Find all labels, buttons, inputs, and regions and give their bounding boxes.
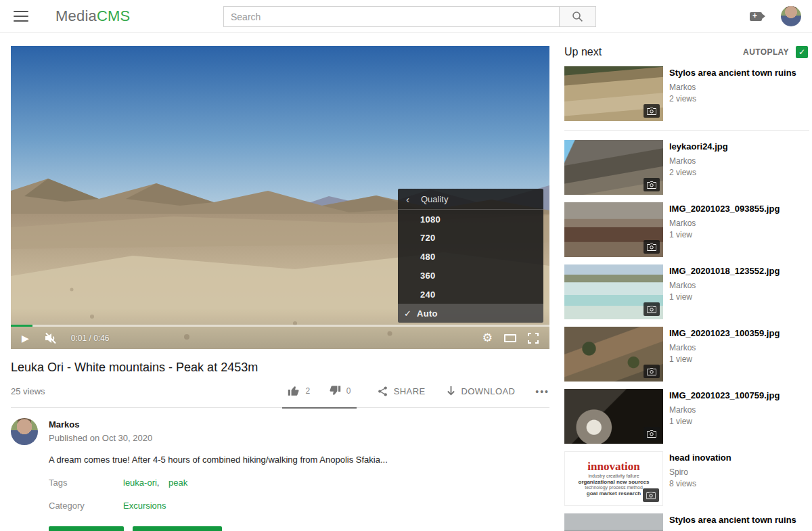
autoplay-label: AUTOPLAY <box>743 47 789 57</box>
up-next-item-title: IMG_20201023_100359.jpg <box>669 327 780 339</box>
video-actions: 2 0 <box>282 384 549 398</box>
up-next-item[interactable]: innovationindustry creativity failureorg… <box>564 451 809 506</box>
up-next-header: Up next AUTOPLAY ✓ <box>564 46 809 58</box>
quality-option[interactable]: 480 <box>398 248 543 267</box>
rating-group: 2 0 <box>282 384 357 409</box>
photo-camera-icon <box>647 306 656 313</box>
search-form <box>223 6 596 27</box>
share-button[interactable]: SHARE <box>377 386 426 397</box>
menu-icon[interactable] <box>14 11 28 22</box>
settings-button[interactable]: ⚙ <box>482 332 493 344</box>
quality-menu: ‹ Quality 1080 720 <box>398 189 543 323</box>
play-icon: ▶ <box>22 333 29 344</box>
tag-separator: , <box>157 478 160 488</box>
quality-menu-title: Quality <box>421 194 448 204</box>
search-icon <box>572 11 583 22</box>
up-next-item[interactable]: IMG_20201018_123552.jpg Markos 1 view <box>564 264 809 319</box>
page-title: Leuka Ori - White mountains - Peak at 24… <box>11 361 549 375</box>
like-button[interactable]: 2 <box>288 384 311 397</box>
upload-media-icon[interactable] <box>750 12 762 21</box>
top-bar: MediaCMS <box>0 0 812 33</box>
dislike-button[interactable]: 0 <box>328 384 351 397</box>
quality-option[interactable]: ✓ Auto <box>398 304 543 323</box>
quality-option-label: 240 <box>420 290 436 300</box>
video-meta-row: 25 views 2 0 <box>11 384 549 408</box>
tag-link[interactable]: peak <box>168 478 187 488</box>
dislike-count: 0 <box>346 386 351 396</box>
logo-media-text: Media <box>55 7 97 24</box>
up-next-item-title: head inovation <box>669 452 731 463</box>
theater-mode-button[interactable] <box>504 334 516 342</box>
up-next-item-author: Spiro <box>669 467 731 477</box>
mediacms-page: MediaCMS <box>0 0 812 531</box>
tag-link[interactable]: leuka-ori <box>123 478 157 488</box>
thumb-up-icon <box>288 384 300 397</box>
check-icon: ✓ <box>798 47 805 57</box>
up-next-item-author: Markos <box>669 405 780 415</box>
author-name[interactable]: Markos <box>49 419 152 430</box>
up-next-item-title: Stylos area ancient town ruins <box>669 514 796 526</box>
up-next-item-author: Markos <box>669 83 796 92</box>
up-next-item-title: leykaori24.jpg <box>669 141 728 152</box>
photo-camera-icon <box>647 108 656 115</box>
download-button[interactable]: DOWNLOAD <box>446 386 516 397</box>
logo[interactable]: MediaCMS <box>55 7 130 25</box>
tags-label: Tags <box>49 478 123 488</box>
up-next-item-views: 1 view <box>669 354 780 364</box>
up-next-list: Stylos area ancient town ruins Markos 2 … <box>564 66 809 531</box>
mute-button[interactable] <box>44 332 58 344</box>
category-row: Category Excursions <box>49 501 549 511</box>
up-next-item-views: 2 views <box>669 94 796 103</box>
up-next-item[interactable]: IMG_20201023_093855.jpg Markos 1 view <box>564 202 809 257</box>
gear-icon: ⚙ <box>482 332 493 344</box>
up-next-item-title: IMG_20201023_093855.jpg <box>669 203 780 214</box>
autoplay-checkbox[interactable]: ✓ <box>796 46 808 58</box>
media-buttons: EDIT MEDIA DELETE MEDIA <box>49 526 549 531</box>
up-next-thumbnail: innovationindustry creativity failureorg… <box>564 451 663 506</box>
up-next-item[interactable]: Stylos area ancient town ruins Markos 2 … <box>564 66 809 131</box>
up-next-item-views: 1 view <box>669 230 780 239</box>
author-avatar[interactable] <box>11 418 38 445</box>
up-next-item-title: IMG_20201023_100759.jpg <box>669 390 780 401</box>
fullscreen-button[interactable] <box>528 333 539 344</box>
quality-option-label: Auto <box>417 308 438 319</box>
tags-row: Tags leuka-ori, peak <box>49 478 549 488</box>
quality-option[interactable]: 1080 <box>398 210 543 229</box>
autoplay-toggle[interactable]: AUTOPLAY ✓ <box>743 46 808 58</box>
more-options-button[interactable]: ••• <box>535 386 549 397</box>
up-next-item[interactable]: IMG_20201023_100359.jpg Markos 1 view <box>564 327 809 382</box>
search-button[interactable] <box>559 6 596 27</box>
delete-media-button[interactable]: DELETE MEDIA <box>133 526 222 531</box>
back-icon: ‹ <box>406 193 421 205</box>
theater-mode-icon <box>504 334 516 342</box>
up-next-item[interactable]: leykaori24.jpg Markos 2 views <box>564 140 809 195</box>
more-icon: ••• <box>535 386 549 397</box>
up-next-sidebar: Up next AUTOPLAY ✓ <box>564 46 809 531</box>
quality-option-label: 720 <box>420 233 436 243</box>
category-label: Category <box>49 501 123 511</box>
quality-option-label: 480 <box>420 252 436 262</box>
up-next-title: Up next <box>564 46 602 58</box>
thumb-down-icon <box>328 384 341 397</box>
up-next-thumbnail <box>564 66 663 121</box>
quality-option[interactable]: 720 <box>398 229 543 248</box>
up-next-item[interactable]: IMG_20201023_100759.jpg Markos 1 view <box>564 389 809 444</box>
time-display: 0:01 / 0:46 <box>71 333 110 343</box>
edit-media-button[interactable]: EDIT MEDIA <box>49 526 124 531</box>
up-next-thumbnail <box>564 327 663 382</box>
main-column: ‹ Quality 1080 720 <box>11 46 549 531</box>
quality-option-label: 1080 <box>420 214 441 225</box>
user-avatar[interactable] <box>781 6 801 26</box>
share-icon <box>377 386 388 397</box>
search-input[interactable] <box>223 6 559 27</box>
play-button[interactable]: ▶ <box>22 333 29 344</box>
up-next-item-views: 1 view <box>669 417 780 426</box>
video-player[interactable]: ‹ Quality 1080 720 <box>11 46 549 349</box>
quality-option[interactable]: 240 <box>398 285 543 304</box>
up-next-item[interactable]: Stylos area ancient town ruins <box>564 513 809 531</box>
quality-option[interactable]: 360 <box>398 267 543 285</box>
photo-camera-icon <box>647 181 656 189</box>
category-link[interactable]: Excursions <box>123 501 166 511</box>
quality-menu-back[interactable]: ‹ Quality <box>398 189 543 210</box>
photo-camera-icon <box>647 430 656 438</box>
